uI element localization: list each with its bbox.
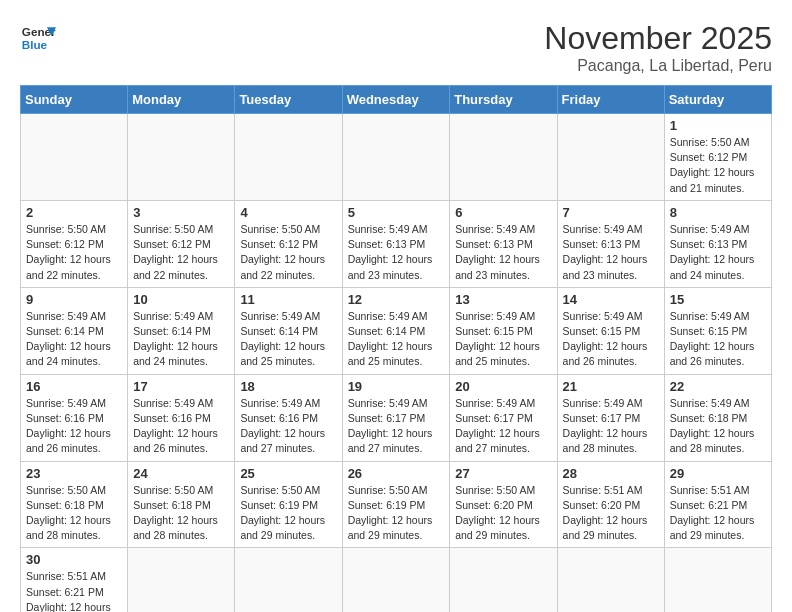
day-number: 10 <box>133 292 229 307</box>
day-info: Sunrise: 5:49 AM Sunset: 6:14 PM Dayligh… <box>240 309 336 370</box>
day-info: Sunrise: 5:51 AM Sunset: 6:20 PM Dayligh… <box>563 483 659 544</box>
calendar-cell <box>235 548 342 612</box>
day-number: 3 <box>133 205 229 220</box>
day-number: 17 <box>133 379 229 394</box>
day-number: 8 <box>670 205 766 220</box>
calendar-cell <box>235 114 342 201</box>
calendar-cell <box>557 548 664 612</box>
calendar-cell: 11Sunrise: 5:49 AM Sunset: 6:14 PM Dayli… <box>235 287 342 374</box>
calendar-cell: 24Sunrise: 5:50 AM Sunset: 6:18 PM Dayli… <box>128 461 235 548</box>
week-row-3: 9Sunrise: 5:49 AM Sunset: 6:14 PM Daylig… <box>21 287 772 374</box>
day-number: 27 <box>455 466 551 481</box>
calendar-cell: 13Sunrise: 5:49 AM Sunset: 6:15 PM Dayli… <box>450 287 557 374</box>
weekday-header-sunday: Sunday <box>21 86 128 114</box>
calendar-cell: 17Sunrise: 5:49 AM Sunset: 6:16 PM Dayli… <box>128 374 235 461</box>
day-info: Sunrise: 5:50 AM Sunset: 6:19 PM Dayligh… <box>348 483 445 544</box>
calendar-cell: 30Sunrise: 5:51 AM Sunset: 6:21 PM Dayli… <box>21 548 128 612</box>
day-info: Sunrise: 5:50 AM Sunset: 6:19 PM Dayligh… <box>240 483 336 544</box>
svg-text:Blue: Blue <box>22 38 48 51</box>
day-info: Sunrise: 5:49 AM Sunset: 6:13 PM Dayligh… <box>563 222 659 283</box>
day-number: 25 <box>240 466 336 481</box>
weekday-header-thursday: Thursday <box>450 86 557 114</box>
day-number: 1 <box>670 118 766 133</box>
calendar-cell: 7Sunrise: 5:49 AM Sunset: 6:13 PM Daylig… <box>557 200 664 287</box>
day-info: Sunrise: 5:50 AM Sunset: 6:12 PM Dayligh… <box>670 135 766 196</box>
day-number: 19 <box>348 379 445 394</box>
day-info: Sunrise: 5:50 AM Sunset: 6:20 PM Dayligh… <box>455 483 551 544</box>
day-number: 20 <box>455 379 551 394</box>
calendar-cell <box>450 114 557 201</box>
day-number: 29 <box>670 466 766 481</box>
day-info: Sunrise: 5:50 AM Sunset: 6:12 PM Dayligh… <box>26 222 122 283</box>
location-subtitle: Pacanga, La Libertad, Peru <box>544 57 772 75</box>
calendar-cell: 8Sunrise: 5:49 AM Sunset: 6:13 PM Daylig… <box>664 200 771 287</box>
title-area: November 2025 Pacanga, La Libertad, Peru <box>544 20 772 75</box>
day-number: 14 <box>563 292 659 307</box>
calendar-cell: 28Sunrise: 5:51 AM Sunset: 6:20 PM Dayli… <box>557 461 664 548</box>
calendar-cell: 2Sunrise: 5:50 AM Sunset: 6:12 PM Daylig… <box>21 200 128 287</box>
day-info: Sunrise: 5:50 AM Sunset: 6:18 PM Dayligh… <box>26 483 122 544</box>
logo: General Blue <box>20 20 56 56</box>
day-info: Sunrise: 5:49 AM Sunset: 6:18 PM Dayligh… <box>670 396 766 457</box>
calendar-cell: 21Sunrise: 5:49 AM Sunset: 6:17 PM Dayli… <box>557 374 664 461</box>
day-info: Sunrise: 5:49 AM Sunset: 6:15 PM Dayligh… <box>563 309 659 370</box>
weekday-header-row: SundayMondayTuesdayWednesdayThursdayFrid… <box>21 86 772 114</box>
calendar-cell <box>664 548 771 612</box>
calendar-cell: 5Sunrise: 5:49 AM Sunset: 6:13 PM Daylig… <box>342 200 450 287</box>
day-info: Sunrise: 5:49 AM Sunset: 6:13 PM Dayligh… <box>455 222 551 283</box>
calendar-cell: 14Sunrise: 5:49 AM Sunset: 6:15 PM Dayli… <box>557 287 664 374</box>
day-number: 23 <box>26 466 122 481</box>
week-row-4: 16Sunrise: 5:49 AM Sunset: 6:16 PM Dayli… <box>21 374 772 461</box>
day-info: Sunrise: 5:49 AM Sunset: 6:14 PM Dayligh… <box>133 309 229 370</box>
day-info: Sunrise: 5:50 AM Sunset: 6:18 PM Dayligh… <box>133 483 229 544</box>
calendar-cell <box>342 114 450 201</box>
day-info: Sunrise: 5:49 AM Sunset: 6:16 PM Dayligh… <box>133 396 229 457</box>
calendar-cell <box>128 548 235 612</box>
page-header: General Blue November 2025 Pacanga, La L… <box>20 20 772 75</box>
calendar-cell: 25Sunrise: 5:50 AM Sunset: 6:19 PM Dayli… <box>235 461 342 548</box>
day-info: Sunrise: 5:51 AM Sunset: 6:21 PM Dayligh… <box>670 483 766 544</box>
day-number: 7 <box>563 205 659 220</box>
day-info: Sunrise: 5:49 AM Sunset: 6:17 PM Dayligh… <box>348 396 445 457</box>
calendar-table: SundayMondayTuesdayWednesdayThursdayFrid… <box>20 85 772 612</box>
calendar-cell: 29Sunrise: 5:51 AM Sunset: 6:21 PM Dayli… <box>664 461 771 548</box>
day-info: Sunrise: 5:49 AM Sunset: 6:13 PM Dayligh… <box>348 222 445 283</box>
day-info: Sunrise: 5:49 AM Sunset: 6:16 PM Dayligh… <box>240 396 336 457</box>
day-info: Sunrise: 5:50 AM Sunset: 6:12 PM Dayligh… <box>133 222 229 283</box>
weekday-header-tuesday: Tuesday <box>235 86 342 114</box>
day-info: Sunrise: 5:49 AM Sunset: 6:14 PM Dayligh… <box>348 309 445 370</box>
calendar-cell <box>128 114 235 201</box>
day-info: Sunrise: 5:49 AM Sunset: 6:16 PM Dayligh… <box>26 396 122 457</box>
calendar-cell <box>450 548 557 612</box>
calendar-cell: 1Sunrise: 5:50 AM Sunset: 6:12 PM Daylig… <box>664 114 771 201</box>
calendar-cell: 27Sunrise: 5:50 AM Sunset: 6:20 PM Dayli… <box>450 461 557 548</box>
day-number: 16 <box>26 379 122 394</box>
day-number: 26 <box>348 466 445 481</box>
calendar-cell <box>342 548 450 612</box>
calendar-cell: 20Sunrise: 5:49 AM Sunset: 6:17 PM Dayli… <box>450 374 557 461</box>
week-row-5: 23Sunrise: 5:50 AM Sunset: 6:18 PM Dayli… <box>21 461 772 548</box>
day-number: 5 <box>348 205 445 220</box>
day-number: 24 <box>133 466 229 481</box>
calendar-cell: 10Sunrise: 5:49 AM Sunset: 6:14 PM Dayli… <box>128 287 235 374</box>
calendar-cell: 22Sunrise: 5:49 AM Sunset: 6:18 PM Dayli… <box>664 374 771 461</box>
weekday-header-wednesday: Wednesday <box>342 86 450 114</box>
calendar-cell: 16Sunrise: 5:49 AM Sunset: 6:16 PM Dayli… <box>21 374 128 461</box>
calendar-cell: 12Sunrise: 5:49 AM Sunset: 6:14 PM Dayli… <box>342 287 450 374</box>
calendar-cell: 3Sunrise: 5:50 AM Sunset: 6:12 PM Daylig… <box>128 200 235 287</box>
month-title: November 2025 <box>544 20 772 57</box>
day-info: Sunrise: 5:49 AM Sunset: 6:15 PM Dayligh… <box>455 309 551 370</box>
weekday-header-monday: Monday <box>128 86 235 114</box>
day-number: 13 <box>455 292 551 307</box>
day-number: 2 <box>26 205 122 220</box>
calendar-cell: 19Sunrise: 5:49 AM Sunset: 6:17 PM Dayli… <box>342 374 450 461</box>
calendar-cell: 23Sunrise: 5:50 AM Sunset: 6:18 PM Dayli… <box>21 461 128 548</box>
day-number: 11 <box>240 292 336 307</box>
calendar-cell: 9Sunrise: 5:49 AM Sunset: 6:14 PM Daylig… <box>21 287 128 374</box>
day-number: 4 <box>240 205 336 220</box>
day-info: Sunrise: 5:51 AM Sunset: 6:21 PM Dayligh… <box>26 569 122 612</box>
day-number: 22 <box>670 379 766 394</box>
day-info: Sunrise: 5:49 AM Sunset: 6:17 PM Dayligh… <box>455 396 551 457</box>
day-info: Sunrise: 5:49 AM Sunset: 6:13 PM Dayligh… <box>670 222 766 283</box>
calendar-cell: 4Sunrise: 5:50 AM Sunset: 6:12 PM Daylig… <box>235 200 342 287</box>
